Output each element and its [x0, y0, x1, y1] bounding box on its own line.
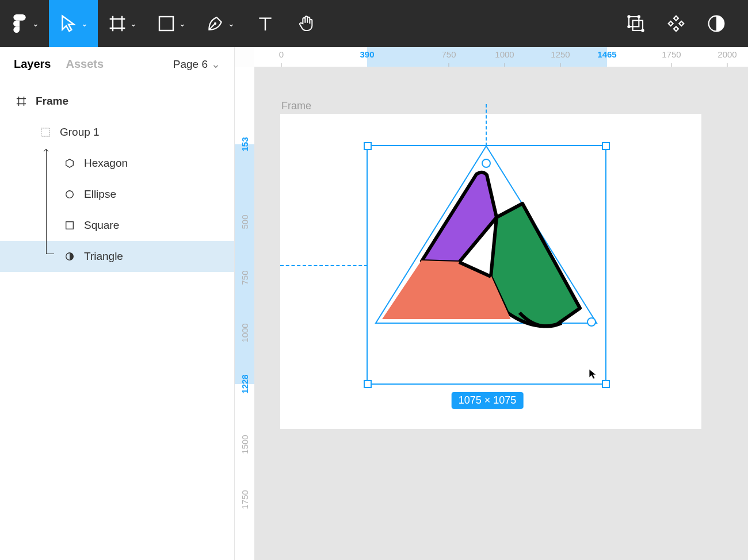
pen-tool[interactable]: ⌄	[196, 0, 245, 47]
canvas-area: 0 390 750 1000 1250 1465 1750 2000 153 5…	[235, 47, 748, 560]
rectangle-icon	[63, 219, 76, 232]
components-tool[interactable]	[656, 0, 696, 47]
text-tool[interactable]	[245, 0, 286, 47]
ruler-tick: 750	[240, 270, 250, 285]
pointer-icon	[59, 14, 78, 33]
svg-point-6	[627, 25, 630, 28]
chevron-down-icon: ⌄	[228, 19, 235, 28]
toolbar-right-group	[616, 0, 736, 47]
resize-handle-nw[interactable]	[364, 142, 372, 150]
chevron-down-icon: ⌄	[130, 19, 137, 28]
ruler-tick: 750	[441, 49, 456, 59]
resize-handle-se[interactable]	[602, 380, 610, 388]
ruler-tick: 1500	[240, 435, 250, 454]
group-icon	[39, 126, 52, 139]
ruler-tick: 1465	[597, 49, 616, 59]
alignment-guide-h	[280, 265, 368, 266]
layer-label: Triangle	[84, 250, 123, 263]
svg-rect-9	[41, 128, 49, 136]
frame-label[interactable]: Frame	[281, 100, 311, 112]
cursor-icon	[588, 369, 597, 380]
text-icon	[256, 14, 274, 33]
figma-logo-icon	[10, 14, 29, 33]
svg-point-5	[638, 15, 640, 18]
hand-icon	[297, 14, 316, 33]
frame-tool[interactable]: ⌄	[98, 0, 147, 47]
canvas[interactable]: Frame	[254, 67, 748, 560]
layer-label: Group 1	[60, 126, 100, 139]
tab-assets[interactable]: Assets	[66, 57, 104, 71]
mask-tool[interactable]	[696, 0, 736, 47]
layer-label: Frame	[36, 95, 68, 108]
ruler-tick: 500	[240, 214, 250, 229]
ruler-tick: 1750	[240, 490, 250, 509]
chevron-down-icon: ⌄	[32, 19, 39, 28]
frame-icon	[15, 95, 28, 108]
chevron-down-icon: ⌄	[179, 19, 186, 28]
layer-frame[interactable]: Frame	[0, 86, 234, 117]
frame-icon	[108, 14, 127, 33]
hand-tool[interactable]	[286, 0, 327, 47]
svg-point-4	[627, 15, 630, 18]
component-icon	[667, 14, 685, 33]
boolean-icon	[627, 14, 645, 33]
layer-group[interactable]: Group 1	[0, 117, 234, 148]
svg-marker-10	[66, 159, 74, 167]
page-selector[interactable]: Page 6 ⌄	[173, 57, 220, 71]
layer-square[interactable]: Square	[0, 210, 234, 241]
svg-point-7	[641, 29, 644, 32]
resize-handle-sw[interactable]	[364, 380, 372, 388]
mask-icon	[707, 14, 726, 33]
ruler-tick: 1000	[240, 323, 250, 342]
layer-hexagon[interactable]: Hexagon	[0, 148, 234, 179]
ruler-horizontal[interactable]: 0 390 750 1000 1250 1465 1750 2000	[254, 47, 748, 67]
selection-box[interactable]	[367, 145, 606, 385]
svg-point-1	[213, 22, 216, 25]
ruler-tick: 1000	[495, 49, 514, 59]
ellipse-icon	[63, 188, 76, 201]
selection-dimensions-badge: 1075 × 1075	[452, 392, 524, 409]
layer-tree: Frame Group 1 Hexagon Ellipse Square	[0, 81, 234, 272]
top-toolbar: ⌄ ⌄ ⌄ ⌄ ⌄	[0, 0, 748, 47]
ruler-tick: 1250	[551, 49, 570, 59]
ruler-tick: 153	[240, 137, 250, 151]
boolean-tool[interactable]	[616, 0, 656, 47]
ruler-corner	[235, 47, 254, 67]
layers-panel: Layers Assets Page 6 ⌄ Frame Group 1	[0, 47, 235, 560]
page-label: Page 6	[173, 58, 208, 71]
chevron-down-icon: ⌄	[211, 57, 220, 71]
polygon-icon	[63, 157, 76, 170]
ruler-tick: 2000	[718, 49, 736, 59]
layer-label: Square	[84, 219, 119, 232]
resize-handle-ne[interactable]	[602, 142, 610, 150]
ruler-tick: 1228	[240, 374, 250, 393]
chevron-down-icon: ⌄	[81, 19, 88, 28]
svg-rect-3	[633, 21, 643, 30]
ruler-tick: 1750	[662, 49, 681, 59]
layer-label: Ellipse	[84, 188, 116, 201]
rectangle-icon	[157, 14, 175, 33]
layer-label: Hexagon	[84, 157, 128, 170]
shape-tool[interactable]: ⌄	[147, 0, 196, 47]
move-tool[interactable]: ⌄	[49, 0, 98, 47]
svg-rect-2	[629, 17, 639, 26]
svg-rect-12	[66, 222, 74, 229]
svg-rect-0	[159, 17, 173, 30]
mask-icon	[63, 250, 76, 263]
ruler-vertical[interactable]: 153 500 750 1000 1228 1500 1750	[235, 67, 254, 560]
alignment-guide-v	[486, 104, 487, 146]
layer-ellipse[interactable]: Ellipse	[0, 179, 234, 210]
figma-menu[interactable]: ⌄	[0, 0, 49, 47]
svg-point-11	[66, 191, 74, 198]
ruler-tick: 0	[279, 49, 284, 59]
tab-layers[interactable]: Layers	[14, 57, 51, 71]
pen-icon	[206, 14, 224, 33]
ruler-tick: 390	[360, 49, 374, 59]
layer-triangle[interactable]: Triangle	[0, 241, 234, 272]
